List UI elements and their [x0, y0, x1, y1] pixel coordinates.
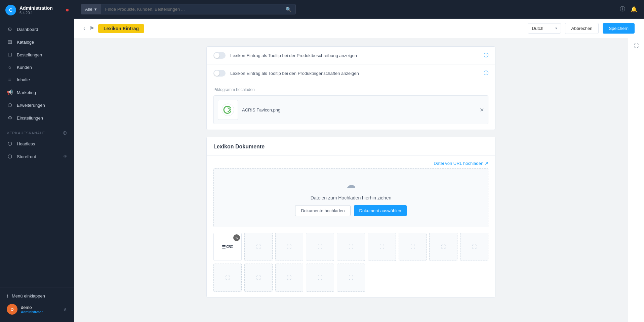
- topbar: Alle ▾ 🔍 ⓘ 🔔: [74, 0, 644, 19]
- verkaufskanaele-section: Verkaufskanäle ⊕: [0, 124, 74, 137]
- app-info: Administration 6.4.20.1: [19, 5, 53, 15]
- search-icon[interactable]: 🔍: [286, 7, 295, 12]
- empty-image-icon: ⛶: [472, 244, 477, 249]
- image-tile[interactable]: ⛶: [368, 233, 396, 261]
- url-upload-link[interactable]: Datei von URL hochladen ↗: [434, 161, 488, 166]
- dropzone-text: Dateien zum Hochladen hierhin ziehen: [311, 195, 391, 200]
- image-tile[interactable]: ⛶: [275, 264, 304, 292]
- sidebar-item-label: Dashboard: [17, 27, 38, 32]
- dokumente-hochladen-button[interactable]: Dokumente hochladen: [295, 205, 350, 216]
- sidebar-item-marketing[interactable]: 📢 Marketing: [0, 86, 74, 99]
- upload-icon: ☁: [346, 179, 356, 190]
- headless-icon: ⬡: [7, 141, 13, 147]
- user-section: D demo Administrator ∧: [5, 301, 69, 318]
- page-header: ‹ ⚑ Lexikon Eintrag Dutch English German…: [74, 19, 644, 38]
- lexikon-dokumente-card: Lexikon Dokumente Datei von URL hochlade…: [206, 137, 495, 297]
- image-tile[interactable]: ⛶: [429, 233, 457, 261]
- save-button[interactable]: Speichern: [603, 23, 635, 34]
- image-tile[interactable]: ⛶: [337, 264, 365, 292]
- sidebar-item-einstellungen[interactable]: ⚙ Einstellungen: [0, 111, 74, 124]
- sidebar-item-kataloge[interactable]: ▤ Kataloge: [0, 36, 74, 48]
- help-icon[interactable]: ⓘ: [620, 6, 625, 13]
- image-grid: CRI ✎ ⛶ ⛶ ⛶ ⛶ ⛶ ⛶ ⛶ ⛶: [207, 233, 495, 297]
- toggle-row-1: Lexikon Eintrag als Tooltip bei der Prod…: [207, 47, 495, 64]
- back-button[interactable]: ‹: [83, 25, 85, 32]
- image-tile[interactable]: ⛶: [244, 233, 273, 261]
- dropdown-chevron: ▾: [94, 7, 97, 12]
- empty-image-icon: ⛶: [349, 275, 353, 280]
- empty-image-icon: ⛶: [287, 275, 291, 280]
- sidebar-item-erweiterungen[interactable]: ⬡ Erweiterungen: [0, 99, 74, 111]
- sidebar-item-storefront[interactable]: ⬡ Storefront 👁: [0, 150, 74, 163]
- dropzone[interactable]: ☁ Dateien zum Hochladen hierhin ziehen D…: [213, 168, 488, 227]
- erweiterungen-icon: ⬡: [7, 102, 13, 108]
- info-icon-2[interactable]: ⓘ: [484, 70, 488, 76]
- empty-image-icon: ⛶: [441, 244, 446, 249]
- sidebar-nav: ⊙ Dashboard ▤ Kataloge ☐ Bestellungen ○ …: [0, 20, 74, 287]
- toggle-produkteigenschaften[interactable]: [213, 70, 226, 77]
- right-panel: ⛶: [628, 38, 644, 322]
- url-upload-link-text: Datei von URL hochladen: [434, 161, 483, 166]
- piktogramm-section: Piktogramm hochladen ACRIS Favicon.: [207, 82, 495, 130]
- topbar-icons: ⓘ 🔔: [620, 6, 637, 13]
- sidebar-item-label: Einstellungen: [17, 116, 43, 121]
- notifications-icon[interactable]: 🔔: [631, 6, 637, 12]
- sidebar-item-label: Inhalte: [17, 77, 30, 82]
- empty-image-icon: ⛶: [256, 244, 261, 249]
- cancel-button[interactable]: Abbrechen: [565, 23, 599, 34]
- sidebar-item-label: Kunden: [17, 65, 32, 70]
- main-area: Alle ▾ 🔍 ⓘ 🔔 ‹ ⚑ Lexikon Eintrag Dutch E…: [74, 0, 644, 322]
- app-logo: C: [5, 5, 16, 15]
- toggle-produktbeschreibung[interactable]: [213, 52, 226, 59]
- sidebar-item-dashboard[interactable]: ⊙ Dashboard: [0, 23, 74, 36]
- add-channel-icon[interactable]: ⊕: [63, 130, 67, 136]
- empty-image-icon: ⛶: [225, 275, 230, 280]
- content-area: Lexikon Eintrag als Tooltip bei der Prod…: [74, 38, 628, 322]
- storefront-visibility-icon[interactable]: 👁: [63, 154, 67, 159]
- remove-piktogramm-button[interactable]: ✕: [480, 107, 484, 113]
- sidebar-item-kunden[interactable]: ○ Kunden: [0, 61, 74, 74]
- image-tile[interactable]: ⛶: [460, 233, 488, 261]
- search-input[interactable]: [101, 4, 286, 14]
- language-select-input[interactable]: Dutch English German: [528, 24, 552, 33]
- lexikon-dokumente-title: Lexikon Dokumente: [207, 137, 495, 150]
- page-title: Lexikon Eintrag: [104, 26, 139, 31]
- sidebar-item-inhalte[interactable]: ≡ Inhalte: [0, 74, 74, 86]
- toggle-card: Lexikon Eintrag als Tooltip bei der Prod…: [206, 46, 495, 130]
- image-tile[interactable]: CRI ✎: [213, 233, 242, 261]
- image-tile[interactable]: ⛶: [337, 233, 365, 261]
- kataloge-icon: ▤: [7, 39, 13, 45]
- info-icon-1[interactable]: ⓘ: [484, 52, 488, 58]
- language-selector[interactable]: Dutch English German ▾: [528, 23, 561, 34]
- sidebar-item-headless[interactable]: ⬡ Headless: [0, 137, 74, 150]
- empty-image-icon: ⛶: [349, 244, 353, 249]
- image-tile[interactable]: ⛶: [306, 233, 334, 261]
- piktogramm-box: ACRIS Favicon.png ✕: [213, 95, 488, 124]
- image-tile[interactable]: ⛶: [275, 233, 304, 261]
- sidebar-item-label: Bestellungen: [17, 52, 42, 57]
- piktogramm-filename: ACRIS Favicon.png: [242, 107, 476, 112]
- right-panel-icon[interactable]: ⛶: [634, 43, 639, 48]
- piktogramm-thumbnail: [218, 100, 238, 120]
- toggle-row-2: Lexikon Eintrag als Tooltip bei den Prod…: [207, 64, 495, 82]
- collapse-menu-button[interactable]: ⟨ Menü einklappen: [5, 291, 69, 301]
- image-tile[interactable]: ⛶: [306, 264, 334, 292]
- dokument-auswaehlen-button[interactable]: Dokument auswählen: [354, 205, 407, 216]
- empty-image-icon: ⛶: [318, 244, 322, 249]
- cri-image: CRI: [221, 243, 234, 250]
- user-avatar: D: [7, 304, 17, 315]
- bookmark-icon[interactable]: ⚑: [89, 25, 94, 32]
- empty-image-icon: ⛶: [287, 244, 291, 249]
- image-tile[interactable]: ⛶: [213, 264, 242, 292]
- search-category-dropdown[interactable]: Alle ▾: [81, 4, 101, 14]
- dropdown-value: Alle: [85, 7, 92, 12]
- status-indicator: [66, 9, 69, 11]
- user-chevron-icon[interactable]: ∧: [63, 306, 67, 313]
- sidebar-item-bestellungen[interactable]: ☐ Bestellungen: [0, 48, 74, 61]
- image-tile[interactable]: ⛶: [399, 233, 427, 261]
- bestellungen-icon: ☐: [7, 52, 13, 58]
- section-title: Verkaufskanäle: [7, 131, 45, 135]
- image-tile-edit-icon[interactable]: ✎: [233, 234, 240, 241]
- sidebar-header: C Administration 6.4.20.1: [0, 0, 74, 20]
- image-tile[interactable]: ⛶: [244, 264, 273, 292]
